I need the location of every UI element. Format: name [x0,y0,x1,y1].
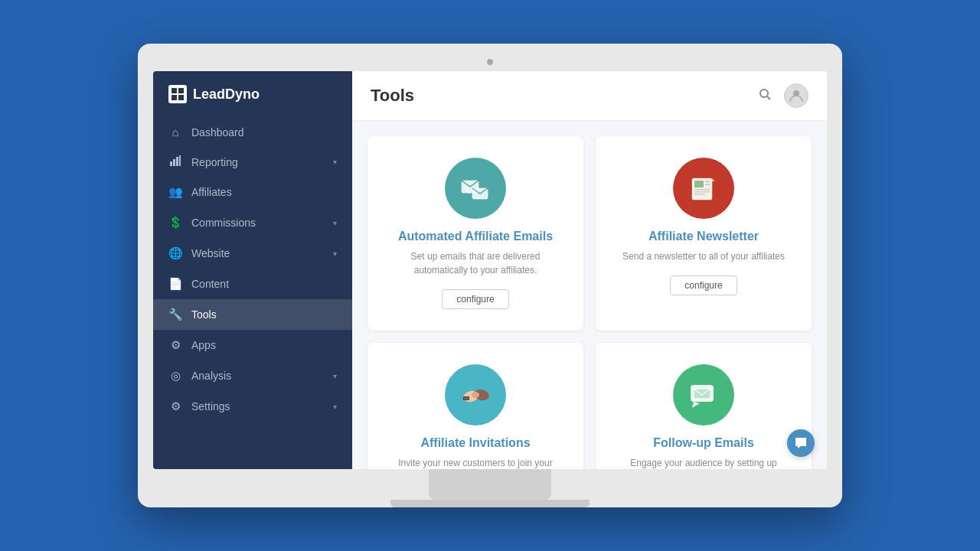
cards-grid: Automated Affiliate Emails Set up emails… [352,121,827,469]
followup-emails-title: Follow-up Emails [653,436,754,450]
sidebar-item-label: Reporting [191,156,324,168]
sidebar-item-commissions[interactable]: 💲 Commissions ▾ [153,207,352,238]
card-automated-emails: Automated Affiliate Emails Set up emails… [368,136,583,331]
affiliate-invitations-desc: Invite your new customers to join your a… [383,456,568,469]
top-bar: Tools [352,71,827,121]
sidebar-item-tools[interactable]: 🔧 Tools [153,299,352,330]
svg-rect-16 [705,181,710,182]
svg-rect-17 [705,184,710,185]
card-affiliate-invitations: Affiliate Invitations Invite your new cu… [368,343,583,469]
svg-rect-18 [694,189,710,191]
svg-rect-24 [464,397,469,399]
sidebar-item-label: Tools [191,308,337,321]
logo-icon [168,85,187,103]
user-avatar-button[interactable] [784,83,808,108]
sidebar-item-label: Apps [191,339,337,351]
sidebar-item-label: Analysis [191,370,324,382]
monitor-screen: LeadDyno ⌂ Dashboard [153,71,827,469]
sidebar-nav: ⌂ Dashboard Reporting ▾ [153,117,352,469]
reporting-icon [168,155,182,168]
chat-button[interactable] [787,429,815,457]
sidebar-item-label: Dashboard [191,126,337,139]
svg-rect-20 [694,194,705,195]
page-title: Tools [371,86,414,106]
followup-emails-desc: Engage your audience by setting up autom… [611,456,796,469]
automated-emails-desc: Set up emails that are delivered automat… [383,249,568,277]
svg-rect-15 [694,181,704,187]
monitor: LeadDyno ⌂ Dashboard [138,44,842,507]
automated-emails-configure-button[interactable]: configure [442,289,508,309]
sidebar-item-reporting[interactable]: Reporting ▾ [153,147,352,177]
affiliate-newsletter-title: Affiliate Newsletter [648,230,759,243]
svg-line-9 [767,96,770,99]
svg-rect-5 [173,159,175,166]
chevron-down-icon: ▾ [333,158,337,166]
affiliate-newsletter-icon [673,158,734,219]
apps-icon: ⚙ [168,338,182,352]
main-content: Tools [352,71,827,469]
affiliate-newsletter-configure-button[interactable]: configure [670,276,737,295]
sidebar-item-label: Website [191,247,324,259]
monitor-dot [487,59,493,65]
affiliates-icon: 👥 [168,185,182,199]
svg-rect-2 [172,95,177,100]
chevron-down-icon: ▾ [333,372,337,380]
svg-rect-19 [694,191,710,193]
website-icon: 🌐 [168,246,182,260]
sidebar-logo: LeadDyno [153,71,352,117]
affiliate-invitations-title: Affiliate Invitations [420,436,530,450]
card-followup-emails: Follow-up Emails Engage your audience by… [596,343,812,469]
sidebar-item-label: Content [191,278,337,290]
svg-point-25 [472,392,479,398]
svg-rect-6 [176,157,178,166]
chevron-down-icon: ▾ [333,249,337,258]
analysis-icon: ◎ [168,369,182,383]
top-bar-actions [758,83,808,108]
commissions-icon: 💲 [168,216,182,230]
sidebar-item-analysis[interactable]: ◎ Analysis ▾ [153,360,352,391]
sidebar-item-affiliates[interactable]: 👥 Affiliates [153,177,352,207]
dashboard-icon: ⌂ [168,126,182,139]
sidebar-item-settings[interactable]: ⚙ Settings ▾ [153,391,352,422]
chevron-down-icon: ▾ [333,219,337,227]
automated-emails-title: Automated Affiliate Emails [398,230,553,243]
sidebar-item-dashboard[interactable]: ⌂ Dashboard [153,117,352,147]
svg-rect-0 [172,88,177,93]
sidebar-item-apps[interactable]: ⚙ Apps [153,330,352,360]
sidebar-item-website[interactable]: 🌐 Website ▾ [153,238,352,269]
svg-rect-4 [170,161,172,166]
svg-rect-1 [178,88,184,93]
sidebar-item-content[interactable]: 📄 Content [153,269,352,299]
sidebar-item-label: Affiliates [191,186,337,198]
automated-emails-icon [445,158,506,219]
sidebar-item-label: Commissions [191,217,324,229]
sidebar: LeadDyno ⌂ Dashboard [153,71,352,469]
monitor-stand [429,469,551,500]
settings-icon: ⚙ [168,399,182,413]
logo-text: LeadDyno [193,86,260,103]
affiliate-invitations-icon [445,364,506,425]
sidebar-item-label: Settings [191,400,324,412]
monitor-top [153,59,827,65]
content-icon: 📄 [168,277,182,291]
svg-rect-7 [179,155,181,166]
followup-emails-icon [673,364,734,425]
monitor-base [390,500,590,507]
tools-icon: 🔧 [168,308,182,321]
search-button[interactable] [758,87,772,105]
main-wrapper: Tools [352,71,827,469]
affiliate-newsletter-desc: Send a newsletter to all of your affilia… [622,249,785,263]
chevron-down-icon: ▾ [333,403,337,411]
card-affiliate-newsletter: Affiliate Newsletter Send a newsletter t… [596,136,812,331]
svg-marker-27 [692,402,700,408]
svg-rect-3 [178,95,184,100]
svg-point-8 [760,90,768,97]
